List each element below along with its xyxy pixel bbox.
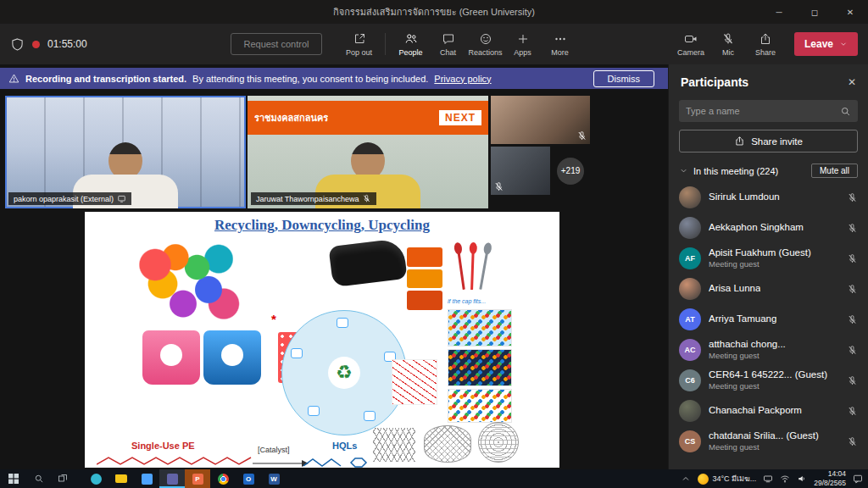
participant-name: Aekkaphon Singkham [709, 222, 804, 234]
beads-image [448, 309, 512, 347]
banner-headline: Recording and transcription started. [25, 74, 186, 84]
video-thumbnail[interactable] [491, 96, 590, 144]
video-tile-pakorn[interactable]: pakorn opaprakasit (External) [5, 96, 246, 208]
share-button[interactable]: Share [747, 32, 784, 57]
volume-icon[interactable] [797, 474, 807, 484]
mic-muted-icon[interactable] [847, 192, 858, 203]
beads-image [448, 349, 512, 386]
people-icon [404, 32, 418, 46]
windows-logo-icon [8, 474, 19, 484]
taskbar-app-photos[interactable] [134, 469, 159, 488]
participant-name: Siriruk Lumdoun [709, 191, 780, 203]
close-button[interactable]: ✕ [832, 0, 868, 24]
participant-row[interactable]: AT Arriya Tamuang [669, 304, 868, 335]
mic-muted-icon[interactable] [847, 375, 858, 386]
participant-row[interactable]: AF Apisit Fuakhum (Guest) Meeting guest [669, 243, 868, 274]
participants-panel: Participants ✕ Share invite In this meet… [668, 64, 868, 469]
request-control-button[interactable]: Request control [231, 33, 321, 55]
participant-row[interactable]: C6 CER64-1 645222... (Guest) Meeting gue… [669, 365, 868, 396]
taskbar-app-teams[interactable] [159, 469, 185, 488]
teams-icon [167, 474, 178, 485]
share-icon [759, 32, 772, 46]
pop-out-button[interactable]: Pop out [341, 32, 378, 57]
privacy-policy-link[interactable]: Privacy policy [434, 74, 491, 84]
start-button[interactable] [0, 469, 27, 488]
beads-image [448, 389, 512, 423]
banner-message: By attending this meeting, you consent t… [192, 74, 428, 84]
weather-widget[interactable]: 34°C มีเมฆ... [698, 473, 756, 485]
avatar [679, 400, 701, 422]
meeting-stage-area: Recording and transcription started. By … [0, 64, 668, 469]
participant-subtitle: Meeting guest [709, 259, 811, 269]
taskbar-search-button[interactable] [27, 469, 51, 488]
next-logo: NEXT [439, 110, 481, 125]
avatar [679, 217, 701, 239]
recycling-cycle-diagram: ♻ [281, 310, 407, 435]
mic-muted-icon[interactable] [847, 345, 858, 356]
maximize-button[interactable]: ◻ [797, 0, 832, 24]
taskbar-app-word[interactable]: W [261, 469, 287, 488]
participant-row[interactable]: AC atthachai chong... Meeting guest [669, 335, 868, 365]
fullerene-image [478, 422, 519, 463]
network-icon[interactable] [780, 474, 790, 484]
chat-button[interactable]: Chat [430, 32, 467, 57]
taskbar-app-file-explorer[interactable] [108, 469, 134, 488]
share-invite-icon [734, 136, 745, 147]
warning-icon [8, 73, 19, 84]
search-input[interactable] [686, 106, 835, 116]
participant-search [679, 100, 858, 122]
mic-button[interactable]: Mic [709, 32, 747, 57]
trash-bag-image [328, 238, 407, 287]
camera-button[interactable]: Camera [672, 32, 709, 57]
participant-row[interactable]: Aekkaphon Singkham [669, 213, 868, 243]
participant-thumbnails: +219 [491, 96, 590, 208]
mic-muted-icon[interactable] [847, 284, 858, 295]
taskbar-app-powerpoint[interactable]: P [185, 469, 210, 488]
participant-row[interactable]: CS chatdanai Srilia... (Guest) Meeting g… [669, 426, 868, 457]
edge-icon [91, 474, 102, 485]
minimize-button[interactable]: ─ [761, 0, 797, 24]
spoons-image [451, 244, 495, 297]
lab-dish-image [392, 359, 437, 405]
recording-indicator-icon [32, 41, 40, 48]
taskbar-app-edge[interactable] [83, 469, 108, 488]
reactions-button[interactable]: Reactions [467, 32, 504, 57]
mute-all-button[interactable]: Mute all [811, 164, 858, 178]
recycle-icon: ♻ [328, 357, 360, 389]
hidden-icons-chevron-icon[interactable] [681, 474, 691, 484]
taskbar-clock[interactable]: 14:04 29/8/2565 [814, 469, 846, 487]
overflow-count-badge[interactable]: +219 [557, 158, 584, 185]
background-banner: ราชมงคลสกลนคร NEXT [248, 101, 488, 135]
mic-muted-icon [576, 130, 587, 141]
video-tile-jaruwat[interactable]: ราชมงคลสกลนคร NEXT Jaruwat Thawornpaisan… [248, 96, 488, 208]
avatar: AF [679, 247, 701, 269]
leave-button[interactable]: Leave [794, 32, 858, 56]
pc-status-icon[interactable] [763, 474, 773, 484]
mic-muted-icon[interactable] [847, 406, 858, 417]
more-button[interactable]: More [542, 32, 579, 57]
task-view-button[interactable] [51, 469, 75, 488]
participant-subtitle: Meeting guest [709, 442, 819, 452]
action-center-icon[interactable] [853, 474, 863, 484]
participant-row[interactable]: Chanachai Packporm [669, 396, 868, 426]
mic-muted-icon[interactable] [847, 253, 858, 264]
apps-button[interactable]: Apps [504, 32, 542, 57]
outlook-icon: O [243, 474, 254, 485]
taskbar-app-chrome[interactable] [210, 469, 236, 488]
leave-chevron-icon [839, 40, 848, 48]
mic-muted-icon[interactable] [847, 314, 858, 325]
in-this-meeting-section[interactable]: In this meeting (224) Mute all [669, 156, 868, 182]
close-panel-icon[interactable]: ✕ [848, 76, 856, 88]
dismiss-button[interactable]: Dismiss [593, 70, 655, 87]
section-label: In this meeting (224) [693, 166, 778, 176]
slide-title: Recycling, Downcycling, Upcycling [85, 217, 559, 234]
mic-muted-icon[interactable] [847, 436, 858, 447]
participant-row[interactable]: Siriruk Lumdoun [669, 182, 868, 213]
share-invite-button[interactable]: Share invite [679, 130, 858, 152]
people-button[interactable]: People [392, 32, 430, 57]
participant-row[interactable]: Arisa Lunna [669, 274, 868, 304]
toolbar-divider [385, 33, 386, 55]
video-thumbnail[interactable] [491, 147, 550, 195]
mic-muted-icon[interactable] [847, 223, 858, 234]
taskbar-app-outlook[interactable]: O [236, 469, 261, 488]
